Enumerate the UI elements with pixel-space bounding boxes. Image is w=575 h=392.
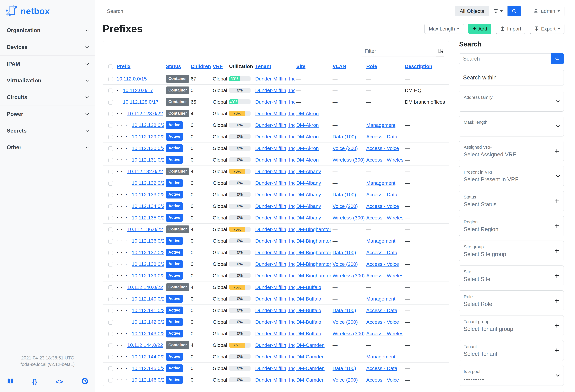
filter-field-is-a-pool[interactable]: Is a pool---------	[459, 365, 564, 386]
role-link[interactable]: Access - Wireless	[366, 331, 403, 336]
tenant-link[interactable]: Dunder-Mifflin, Inc.	[255, 134, 294, 139]
role-link[interactable]: Access - Voice	[366, 203, 399, 209]
import-button[interactable]: ↥ Import	[496, 24, 526, 34]
tenant-link[interactable]: Dunder-Mifflin, Inc.	[255, 366, 294, 371]
filter-field-mask-length[interactable]: Mask length---------	[459, 116, 564, 137]
row-checkbox[interactable]	[108, 204, 113, 209]
vlan-link[interactable]: Voice (200)	[333, 377, 358, 383]
vlan-link[interactable]: Voice (200)	[333, 203, 358, 209]
sidebar-item-circuits[interactable]: Circuits	[0, 89, 95, 106]
tenant-link[interactable]: Dunder-Mifflin, Inc.	[255, 261, 294, 267]
prefix-link[interactable]: 10.112.144.0/22	[127, 342, 163, 348]
select-all-checkbox[interactable]	[108, 65, 113, 69]
role-link[interactable]: Access - Data	[366, 250, 397, 255]
vlan-link[interactable]: Data (100)	[333, 308, 356, 313]
site-link[interactable]: DM-Albany	[296, 215, 321, 220]
tenant-link[interactable]: Dunder-Mifflin, Inc.	[255, 169, 294, 174]
sidebar-item-power[interactable]: Power	[0, 106, 95, 122]
sidebar-item-other[interactable]: Other	[0, 139, 95, 156]
prefix-link[interactable]: 10.112.134.0/24	[132, 203, 164, 209]
row-checkbox[interactable]	[108, 228, 113, 232]
role-link[interactable]: Management	[366, 122, 395, 128]
row-checkbox[interactable]	[108, 239, 113, 244]
site-link[interactable]: DM-Camden	[296, 377, 325, 383]
prefix-link[interactable]: 10.112.128.0/22	[127, 111, 163, 116]
sort-link-status[interactable]: Status	[166, 64, 181, 69]
tenant-link[interactable]: Dunder-Mifflin, Inc.	[255, 99, 294, 105]
site-link[interactable]: DM-Akron	[296, 157, 319, 162]
prefix-link[interactable]: 10.112.140.0/28	[132, 296, 164, 301]
prefix-link[interactable]: 10.112.0.0/15	[117, 76, 147, 82]
tenant-link[interactable]: Dunder-Mifflin, Inc.	[255, 284, 294, 290]
tenant-link[interactable]: Dunder-Mifflin, Inc.	[255, 238, 294, 244]
panel-search-button[interactable]	[551, 53, 564, 64]
role-link[interactable]: Access - Voice	[366, 377, 399, 383]
prefix-link[interactable]: 10.112.143.0/24	[132, 331, 164, 336]
filter-field-present-in-vrf[interactable]: Present in VRFSelect Present in VRF	[459, 166, 564, 186]
global-search-button[interactable]	[507, 6, 521, 16]
site-link[interactable]: DM-Akron	[296, 145, 319, 151]
role-link[interactable]: Management	[366, 296, 395, 301]
sort-link-prefix[interactable]: Prefix	[117, 64, 131, 69]
plus-icon[interactable]: +	[555, 298, 559, 303]
role-link[interactable]: Access - Voice	[366, 261, 399, 267]
plus-icon[interactable]: +	[555, 249, 559, 253]
role-link[interactable]: Access - Voice	[366, 319, 399, 325]
vlan-link[interactable]: Wireless (300)	[333, 215, 364, 220]
role-link[interactable]: Access - Wireless	[366, 215, 403, 220]
tenant-link[interactable]: Dunder-Mifflin, Inc.	[255, 180, 294, 186]
tenant-link[interactable]: Dunder-Mifflin, Inc.	[255, 88, 294, 93]
row-checkbox[interactable]	[108, 297, 113, 301]
tenant-link[interactable]: Dunder-Mifflin, Inc.	[255, 203, 294, 209]
prefix-link[interactable]: 10.112.138.0/24	[132, 261, 164, 267]
sort-link-description[interactable]: Description	[405, 64, 432, 69]
filter-field-role[interactable]: RoleSelect Role+	[459, 290, 564, 311]
prefix-link[interactable]: 10.112.0.0/17	[123, 88, 153, 93]
plus-icon[interactable]: +	[555, 199, 559, 203]
row-checkbox[interactable]	[108, 355, 113, 359]
site-link[interactable]: DM-Camden	[296, 354, 325, 359]
prefix-link[interactable]: 10.112.140.0/22	[127, 284, 163, 290]
user-menu-button[interactable]: admin	[529, 6, 564, 16]
tenant-link[interactable]: Dunder-Mifflin, Inc.	[255, 354, 294, 359]
vlan-link[interactable]: Wireless (300)	[333, 157, 364, 162]
row-checkbox[interactable]	[108, 170, 113, 174]
tenant-link[interactable]: Dunder-Mifflin, Inc.	[255, 157, 294, 162]
prefix-link[interactable]: 10.112.146.0/24	[132, 377, 164, 383]
prefix-link[interactable]: 10.112.136.0/28	[132, 238, 164, 244]
netbox-logo[interactable]: netbox	[0, 0, 95, 22]
chevron-down-icon[interactable]	[556, 99, 560, 102]
vlan-link[interactable]: Voice (200)	[333, 319, 358, 325]
row-checkbox[interactable]	[108, 343, 113, 348]
tenant-link[interactable]: Dunder-Mifflin, Inc.	[255, 122, 294, 128]
row-checkbox[interactable]	[108, 123, 113, 128]
role-link[interactable]: Management	[366, 180, 395, 186]
site-link[interactable]: DM-Camden	[296, 342, 325, 348]
sidebar-item-devices[interactable]: Devices	[0, 39, 95, 55]
help-lifebuoy-icon[interactable]	[81, 378, 88, 386]
role-link[interactable]: Access - Data	[366, 134, 397, 139]
site-link[interactable]: DM-Buffalo	[296, 296, 321, 301]
row-checkbox[interactable]	[108, 181, 113, 185]
prefix-link[interactable]: 10.112.136.0/22	[127, 227, 163, 232]
filter-field-address-family[interactable]: Address family---------	[459, 91, 564, 112]
max-length-dropdown-button[interactable]: Max Length	[425, 24, 464, 34]
sidebar-item-organization[interactable]: Organization	[0, 22, 95, 39]
chevron-down-icon[interactable]	[556, 373, 560, 377]
row-checkbox[interactable]	[108, 216, 113, 220]
site-link[interactable]: DM-Akron	[296, 111, 319, 116]
row-checkbox[interactable]	[108, 89, 113, 93]
plus-icon[interactable]: +	[555, 273, 559, 278]
site-link[interactable]: DM-Akron	[296, 122, 319, 128]
export-dropdown-button[interactable]: ↧ Export	[530, 24, 564, 34]
site-link[interactable]: DM-Binghamton	[296, 250, 331, 255]
row-checkbox[interactable]	[108, 251, 113, 255]
plus-icon[interactable]: +	[555, 224, 559, 228]
site-link[interactable]: DM-Albany	[296, 203, 321, 209]
tenant-link[interactable]: Dunder-Mifflin, Inc.	[255, 111, 294, 116]
role-link[interactable]: Access - Data	[366, 308, 397, 313]
api-braces-icon[interactable]: {}	[32, 378, 37, 385]
prefix-link[interactable]: 10.112.141.0/24	[132, 308, 164, 313]
row-checkbox[interactable]	[108, 262, 113, 267]
add-button[interactable]: + Add	[468, 24, 491, 34]
